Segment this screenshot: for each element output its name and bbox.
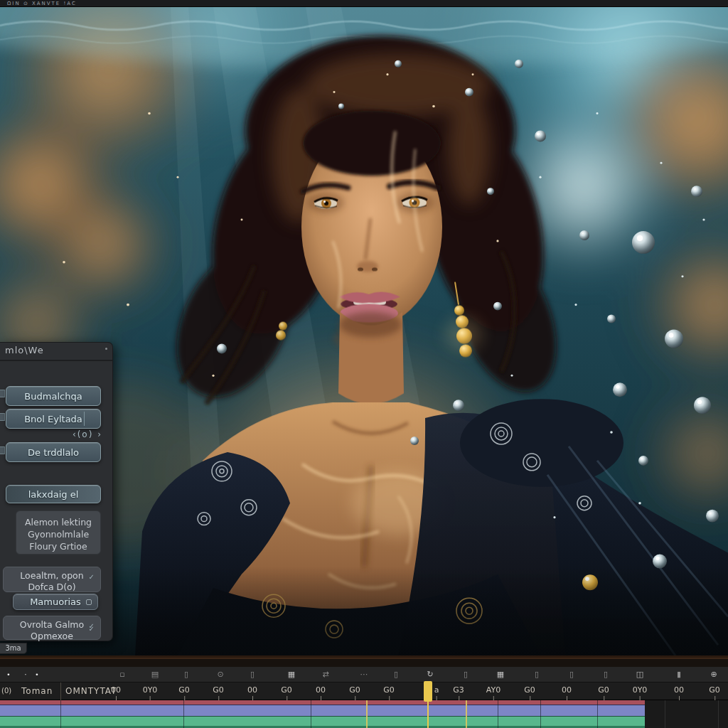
timeline-tool-icon[interactable]: •	[35, 667, 38, 682]
timeline-tool-icon[interactable]: ⊙	[217, 667, 223, 682]
panel-bottom-tab[interactable]: 3ma	[0, 643, 27, 654]
timeline-tool-icon[interactable]: ⇄	[322, 667, 328, 682]
timeline-ruler[interactable]: (0) Toman OMNTYTAT 000Y0G0G000G000G0G0aG…	[0, 682, 728, 700]
track-divider	[60, 700, 61, 728]
timeline-tool-icon[interactable]: •	[6, 667, 10, 682]
playhead-handle[interactable]	[424, 681, 432, 702]
track-divider	[498, 700, 498, 728]
timeline-tool-icon[interactable]: ▯	[394, 667, 398, 682]
ruler-tick: G0	[524, 685, 535, 695]
panel-button-primary[interactable]: Budmalchqa	[6, 386, 101, 406]
timeline-toolbar: •·•▫▤▯⊙▯▦⇄⋯▯↻▯▦▯▯▯◫▮⊕	[0, 667, 728, 682]
ruler-divider	[60, 682, 61, 700]
menu-bar[interactable]: ΩIN ⊙ XANVTE !AC	[0, 0, 728, 7]
application-window: ΩIN ⊙ XANVTE !AC	[0, 0, 728, 728]
track-divider	[597, 700, 598, 728]
ruler-tick: G0	[598, 685, 609, 695]
panel-button-quaternary[interactable]: lakxdaig el	[6, 485, 101, 503]
track-video[interactable]	[0, 705, 645, 716]
ruler-tick: G0	[178, 685, 190, 695]
timeline-tool-icon[interactable]: ◫	[636, 667, 643, 682]
timeline-tool-icon[interactable]: ⊕	[710, 667, 717, 682]
ruler-tick: G0	[383, 685, 395, 695]
track-divider	[665, 700, 665, 728]
clips-region[interactable]	[0, 700, 645, 728]
ruler-tick: AY0	[486, 685, 500, 695]
ruler-tick: 00	[562, 685, 572, 695]
timeline-tool-icon[interactable]: ⋯	[360, 667, 368, 682]
button-label: Bnol Eyltada	[24, 414, 82, 424]
ruler-tick: 00	[316, 685, 326, 695]
panel-button-secondary[interactable]: Bnol Eyltada	[6, 409, 101, 429]
panel-nav-arrows[interactable]: ‹(o) ›	[73, 429, 102, 439]
info-line: Alemon lekting	[16, 516, 100, 528]
info-line: Gyonnolmlale	[16, 528, 100, 540]
menu-glyphs: ΩIN ⊙ XANVTE !AC	[7, 1, 77, 6]
ruler-tick: a	[434, 685, 439, 695]
panel-button-memories[interactable]: Mamuorias	[13, 594, 98, 610]
toggle-line-1: Ovrolta Galmo	[4, 619, 100, 631]
panel-button-tertiary[interactable]: De trddlalo	[6, 442, 101, 462]
ruler-tick: G0	[213, 685, 224, 695]
timeline-top-gap	[0, 658, 728, 667]
panel-corner-dot	[105, 348, 107, 350]
timeline-tool-icon[interactable]: ↻	[427, 667, 433, 682]
check-icon: ✓	[89, 572, 95, 583]
track-divider	[311, 700, 311, 728]
checkbox-icon	[86, 599, 92, 605]
panel-info-box: Alemon lektingGyonnolmlaleFloury Grtioe	[16, 510, 101, 555]
ruler-tick: 00	[674, 685, 684, 695]
timeline-tool-icon[interactable]: ▦	[288, 667, 295, 682]
track-divider	[183, 700, 184, 728]
timeline-panel: •·•▫▤▯⊙▯▦⇄⋯▯↻▯▦▯▯▯◫▮⊕ (0) Toman OMNTYTAT…	[0, 658, 728, 728]
option-line-1: Loealtm, opon	[4, 570, 100, 582]
track-divider	[540, 700, 541, 728]
toggle-line-2: Opmexoe	[4, 631, 100, 642]
timeline-tool-icon[interactable]: ▯	[184, 667, 188, 682]
ruler-tick: 0Y0	[633, 685, 648, 695]
timeline-tool-icon[interactable]: ▯	[464, 667, 468, 682]
ruler-tick: G0	[349, 685, 360, 695]
timeline-tool-icon[interactable]: ▫	[119, 667, 124, 682]
timeline-tool-icon[interactable]: ▯	[604, 667, 608, 682]
ruler-tick: G0	[281, 685, 292, 695]
track-divider	[718, 700, 719, 728]
timeline-tool-icon[interactable]: ·	[25, 667, 27, 682]
timeline-tool-icon[interactable]: ▤	[151, 667, 159, 682]
playhead-line	[427, 700, 429, 728]
button-left-nub	[0, 413, 5, 421]
ruler-track-name: Toman	[21, 686, 53, 696]
check-icon: ✓	[89, 623, 95, 635]
info-line: Floury Grtioe	[16, 540, 100, 552]
ruler-zero-label: (0)	[1, 687, 11, 695]
track-divider	[466, 700, 467, 728]
panel-title: mlo\We	[5, 345, 44, 355]
ruler-tick: 0Y0	[143, 685, 158, 695]
ruler-tick: G0	[709, 685, 720, 695]
timeline-tool-icon[interactable]: ▯	[250, 667, 255, 682]
button-label: Mamuorias	[30, 596, 81, 607]
panel-toggle-group[interactable]: Ovrolta Galmo Opmexoe ✓ ✓	[3, 616, 101, 640]
ruler-section-label: OMNTYTAT	[65, 686, 117, 696]
button-separator	[84, 412, 85, 426]
track-divider	[366, 700, 368, 728]
button-left-nub	[0, 446, 5, 454]
tool-panel: mlo\We Budmalchqa Bnol Eyltada ‹(o) › De…	[0, 342, 113, 641]
option-line-2: Dofca D(o)	[4, 582, 100, 593]
panel-option-group[interactable]: Loealtm, opon Dofca D(o) ✓	[3, 567, 101, 592]
timeline-tracks[interactable]	[0, 700, 728, 728]
button-left-nub	[0, 390, 5, 397]
timeline-tool-icon[interactable]: ▮	[677, 667, 681, 682]
panel-divider	[0, 360, 112, 361]
ruler-tick: 00	[247, 685, 257, 695]
timeline-tool-icon[interactable]: ▯	[535, 667, 539, 682]
track-audio[interactable]	[0, 716, 645, 726]
timeline-tool-icon[interactable]: ▦	[497, 667, 504, 682]
timeline-tool-icon[interactable]: ▯	[569, 667, 574, 682]
ruler-tick: 00	[111, 685, 121, 695]
ruler-tick: G3	[453, 685, 464, 695]
